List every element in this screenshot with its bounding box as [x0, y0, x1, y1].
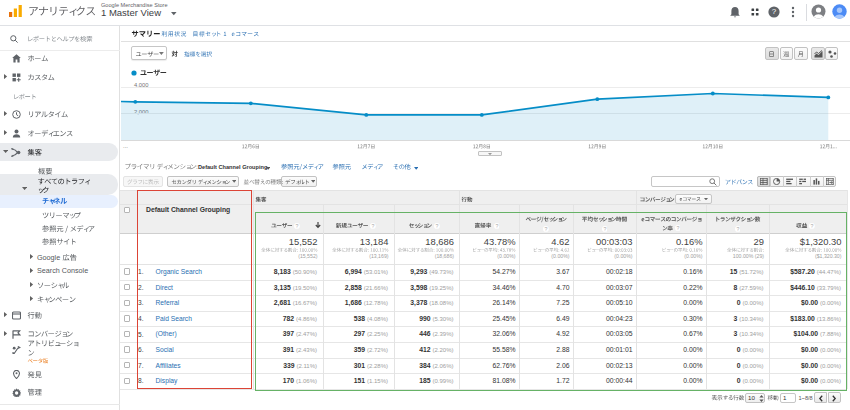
svg-text:?: ?	[772, 7, 777, 16]
